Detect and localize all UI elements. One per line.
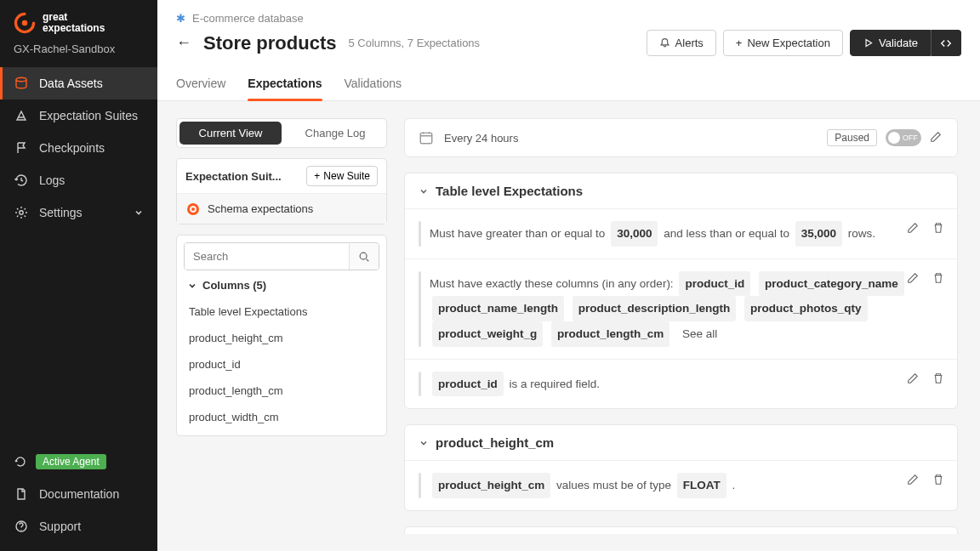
nav-label: Documentation: [39, 487, 119, 501]
expectation-text: Must have exactly these columns (in any …: [430, 271, 918, 347]
search-button[interactable]: [349, 244, 379, 270]
nav-expectation-suites[interactable]: Expectation Suites: [0, 99, 157, 132]
group-header[interactable]: product_id: [405, 527, 957, 534]
code-button[interactable]: [931, 30, 961, 56]
plus-icon: +: [314, 170, 320, 182]
suite-header: Expectation Suit...: [185, 170, 282, 183]
gear-icon: [14, 205, 29, 220]
logo-text: great expectations: [43, 12, 105, 34]
suite-item[interactable]: Schema expectations: [177, 194, 386, 224]
nav-label: Data Assets: [39, 77, 103, 90]
nav: Data Assets Expectation Suites Checkpoin…: [0, 67, 157, 446]
delete-expectation-button[interactable]: [932, 271, 945, 285]
seg-current-view[interactable]: Current View: [179, 122, 282, 145]
expectation-row: product_height_cm values must be of type…: [405, 461, 957, 510]
svg-point-1: [16, 78, 26, 82]
svg-point-4: [360, 253, 367, 259]
delete-expectation-button[interactable]: [932, 473, 945, 486]
column-item[interactable]: product_id: [184, 351, 379, 378]
column-item[interactable]: product_length_cm: [184, 378, 379, 404]
search-input[interactable]: [185, 243, 349, 270]
chevron-down-icon: [134, 207, 144, 218]
breadcrumb-text: E-commerce database: [192, 12, 304, 25]
nav-logs[interactable]: Logs: [0, 164, 157, 196]
play-icon: [863, 37, 874, 48]
expectation-text: Must have greater than or equal to 30,00…: [430, 221, 918, 247]
see-all-link[interactable]: See all: [682, 327, 717, 340]
view-toggle: Current View Change Log: [176, 118, 387, 148]
agent-status: Active Agent: [0, 446, 157, 478]
edit-expectation-button[interactable]: [906, 372, 920, 385]
nav-checkpoints[interactable]: Checkpoints: [0, 132, 157, 164]
tab-expectations[interactable]: Expectations: [248, 68, 322, 100]
new-expectation-button[interactable]: + New Expectation: [723, 30, 843, 56]
edit-expectation-button[interactable]: [906, 221, 920, 235]
edit-expectation-button[interactable]: [906, 271, 920, 285]
logo: great expectations: [0, 0, 157, 43]
columns-header[interactable]: Columns (5): [184, 270, 379, 298]
suites-icon: [14, 108, 29, 123]
column-item[interactable]: Table level Expectations: [184, 298, 379, 325]
schedule-card: Every 24 hours Paused OFF: [404, 118, 958, 157]
content: Current View Change Log Expectation Suit…: [157, 101, 980, 551]
database-icon: [14, 76, 29, 91]
expectation-group: product_height_cmproduct_height_cm value…: [404, 424, 958, 511]
group-header[interactable]: product_height_cm: [405, 425, 957, 461]
column-item[interactable]: product_width_cm: [184, 404, 379, 430]
expectation-text: product_height_cm values must be of type…: [430, 473, 918, 498]
calendar-icon: [419, 130, 434, 145]
seg-change-log[interactable]: Change Log: [284, 119, 386, 147]
expectation-group: product_id: [404, 526, 958, 534]
nav-label: Checkpoints: [39, 141, 105, 155]
chevron-down-icon: [187, 281, 197, 291]
logo-icon: [14, 12, 36, 34]
delete-expectation-button[interactable]: [932, 221, 945, 235]
expectation-row: Must have exactly these columns (in any …: [405, 259, 957, 360]
expectation-row: Must have greater than or equal to 30,00…: [405, 209, 957, 259]
flag-icon: [14, 140, 29, 156]
title-row: ← Store products 5 Columns, 7 Expectatio…: [157, 25, 980, 68]
validate-button[interactable]: Validate: [850, 30, 931, 56]
right-column: Every 24 hours Paused OFF Table level Ex…: [404, 118, 961, 534]
help-icon: [14, 519, 29, 534]
agent-badge: Active Agent: [36, 454, 106, 469]
nav-data-assets[interactable]: Data Assets: [0, 67, 157, 99]
history-icon: [14, 173, 29, 188]
nav-settings[interactable]: Settings: [0, 196, 157, 229]
tab-validations[interactable]: Validations: [345, 68, 402, 100]
back-button[interactable]: ←: [176, 34, 191, 52]
columns-card: Columns (5) Table level Expectationsprod…: [176, 235, 387, 436]
radio-selected-icon: [187, 203, 199, 215]
nav-label: Support: [39, 520, 81, 533]
status-bar: [419, 221, 421, 247]
nav-documentation[interactable]: Documentation: [0, 478, 157, 510]
nav-bottom: Active Agent Documentation Support: [0, 446, 157, 551]
left-column: Current View Change Log Expectation Suit…: [176, 118, 387, 534]
delete-expectation-button[interactable]: [932, 372, 945, 385]
page-title: Store products: [203, 32, 336, 54]
expectation-text: product_id is a required field.: [430, 372, 918, 397]
edit-schedule-button[interactable]: [930, 131, 943, 145]
main: ✱ E-commerce database ← Store products 5…: [157, 0, 980, 551]
edit-expectation-button[interactable]: [906, 473, 920, 486]
schedule-toggle[interactable]: OFF: [886, 129, 921, 146]
new-suite-button[interactable]: + New Suite: [306, 166, 378, 186]
tab-overview[interactable]: Overview: [176, 68, 225, 100]
suite-card: Expectation Suit... + New Suite Schema e…: [176, 158, 387, 224]
column-item[interactable]: product_height_cm: [184, 325, 379, 351]
alerts-button[interactable]: Alerts: [647, 30, 716, 56]
nav-support[interactable]: Support: [0, 510, 157, 542]
svg-point-0: [22, 20, 28, 26]
page-subtitle: 5 Columns, 7 Expectations: [348, 37, 480, 49]
svg-point-2: [20, 211, 23, 214]
status-bar: [419, 372, 421, 397]
breadcrumb: ✱ E-commerce database: [157, 0, 980, 25]
workspace-name: GX-Rachel-Sandbox: [0, 43, 157, 67]
group-header[interactable]: Table level Expectations: [405, 173, 957, 209]
search-wrap: [184, 242, 379, 270]
status-bar: [419, 271, 421, 347]
nav-label: Expectation Suites: [39, 109, 138, 122]
chevron-down-icon: [419, 186, 429, 196]
paused-badge: Paused: [827, 129, 877, 146]
chevron-down-icon: [419, 438, 429, 448]
